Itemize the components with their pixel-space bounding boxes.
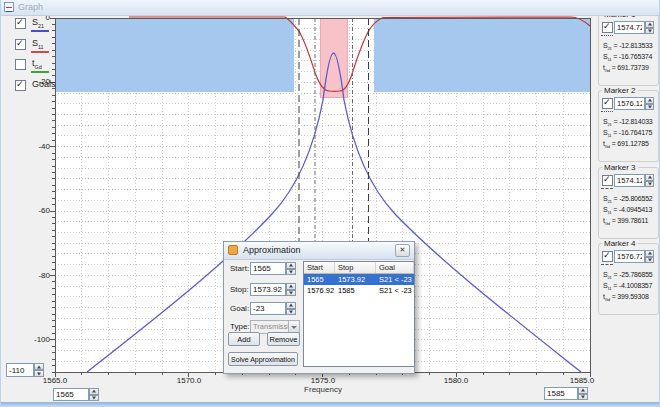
y-min-spinner[interactable] (34, 363, 44, 377)
goal-row[interactable]: 1576.92 1585 S21 < -23 dB (304, 285, 414, 296)
x-tick-label: 1585.0 (562, 376, 602, 385)
goal-spinner[interactable] (286, 302, 296, 315)
dialog-titlebar[interactable]: Approximation ✕ (224, 242, 414, 260)
s11-color-line (31, 51, 49, 53)
marker3-tgd-value: tGd = 399.78611 (603, 217, 648, 226)
spin-down-icon[interactable] (645, 28, 654, 35)
goal-row[interactable]: 1565 1573.92 S21 < -23 dB (304, 274, 414, 285)
spin-up-icon[interactable] (34, 363, 44, 370)
marker3-s21-value: S21 = -25.806552 (603, 195, 653, 204)
spin-down-icon[interactable] (89, 395, 99, 402)
tgd-label: tGd (32, 58, 42, 70)
x-min-spinner[interactable] (89, 388, 99, 401)
dialog-title: Approximation (243, 245, 301, 255)
spin-down-icon[interactable] (286, 269, 296, 276)
stopband-goal-right (374, 18, 590, 92)
marker2-spinner[interactable] (645, 97, 654, 110)
marker1-linestyle-sample (601, 35, 613, 36)
s21-checkbox[interactable] (15, 18, 26, 29)
add-button[interactable]: Add (228, 332, 260, 346)
x-max-spinner[interactable] (578, 387, 588, 400)
column-header-start[interactable]: Start (304, 262, 335, 273)
marker3-checkbox[interactable] (602, 175, 613, 186)
tgd-checkbox[interactable] (15, 59, 26, 70)
graph-window: Graph S21 S11 tGd (0, 0, 660, 407)
spin-down-icon[interactable] (578, 394, 588, 401)
spin-down-icon[interactable] (286, 309, 296, 316)
marker2-title: Marker 2 (602, 86, 638, 95)
x-min-input[interactable] (53, 388, 89, 401)
graph-app-icon (4, 2, 14, 12)
marker2-groupbox: Marker 2 S21 = -12.814033 S11 = -16.7641… (598, 90, 659, 162)
spin-down-icon[interactable] (34, 370, 44, 377)
x-tick-label: 1580.0 (436, 376, 476, 385)
window-titlebar: Graph (1, 0, 660, 16)
marker2-s21-value: S21 = -12.814033 (603, 118, 653, 127)
s21-label: S21 (32, 17, 44, 29)
column-header-goal[interactable]: Goal (376, 262, 414, 273)
start-spinner[interactable] (286, 262, 296, 275)
marker4-spinner[interactable] (645, 250, 654, 263)
y-tick-label: -80 (30, 271, 50, 280)
start-input[interactable] (250, 262, 286, 275)
column-header-stop[interactable]: Stop (335, 262, 376, 273)
marker2-tgd-value: tGd = 691.12785 (603, 140, 649, 149)
goal-input[interactable] (250, 302, 286, 315)
spin-down-icon[interactable] (645, 104, 654, 111)
marker4-freq-input[interactable] (614, 250, 645, 263)
y-tick-label: -60 (30, 206, 50, 215)
goal-label: Goal: (230, 304, 249, 313)
marker2-checkbox[interactable] (602, 98, 613, 109)
marker3-title: Marker 3 (602, 163, 638, 172)
y-tick-label: -40 (30, 142, 50, 151)
marker3-freq-input[interactable] (614, 174, 645, 187)
marker3-s11-value: S11 = -4.0945413 (603, 206, 652, 215)
goals-checkbox[interactable] (15, 80, 26, 91)
y-min-input[interactable] (6, 363, 34, 377)
marker1-spinner[interactable] (645, 21, 654, 34)
x-tick-label: 1565.0 (35, 376, 75, 385)
marker1-tgd-value: tGd = 691.73739 (603, 64, 649, 73)
marker4-checkbox[interactable] (602, 251, 613, 262)
approximation-dialog: Approximation ✕ Start: Stop: Goal: Type:… (223, 241, 415, 374)
marker4-s21-value: S21 = -25.786855 (603, 271, 653, 280)
y-tick-label: -100 (30, 335, 50, 344)
marker1-s11-value: S11 = -16.765374 (603, 53, 652, 62)
stop-label: Stop: (230, 285, 249, 294)
close-icon: ✕ (400, 246, 406, 253)
marker3-groupbox: Marker 3 S21 = -25.806552 S11 = -4.09454… (598, 167, 659, 239)
marker3-spinner[interactable] (645, 174, 654, 187)
window-title: Graph (18, 2, 43, 12)
remove-button[interactable]: Remove (267, 332, 300, 346)
start-label: Start: (230, 264, 249, 273)
s11-label: S11 (32, 38, 44, 50)
goal-list: Start Stop Goal 1565 1573.92 S21 < -23 d… (303, 261, 415, 367)
marker1-freq-input[interactable] (614, 21, 645, 34)
x-tick-label: 1575.0 (303, 376, 343, 385)
marker4-groupbox: Marker 4 S21 = -25.786855 S11 = -4.10083… (598, 243, 659, 315)
goals-label: Goals (32, 79, 56, 89)
tgd-color-line (31, 71, 49, 73)
x-axis-title: Frequency (283, 385, 363, 394)
marker1-checkbox[interactable] (602, 22, 613, 33)
x-max-input[interactable] (544, 387, 578, 400)
window-bottom-border (1, 402, 660, 407)
type-label: Type: (230, 322, 250, 331)
marker4-s11-value: S11 = -4.1008357 (603, 282, 652, 291)
marker1-s21-value: S21 = -12.813533 (603, 42, 653, 51)
marker1-groupbox: Marker 1 S21 = -12.813533 S11 = -16.7653… (598, 14, 659, 86)
marker2-s11-value: S11 = -16.764175 (603, 129, 652, 138)
solve-approximation-button[interactable]: Solve Approximation (228, 352, 298, 366)
marker3-linestyle-sample (601, 188, 613, 189)
close-button[interactable]: ✕ (395, 244, 410, 257)
dialog-icon (228, 245, 238, 255)
marker2-freq-input[interactable] (614, 97, 645, 110)
spin-down-icon[interactable] (286, 290, 296, 297)
spin-down-icon[interactable] (645, 181, 654, 188)
goal-list-header: Start Stop Goal (304, 262, 414, 274)
s11-checkbox[interactable] (15, 39, 26, 50)
stop-spinner[interactable] (286, 283, 296, 296)
marker2-linestyle-sample (601, 111, 613, 112)
stop-input[interactable] (250, 283, 286, 296)
spin-down-icon[interactable] (645, 257, 654, 264)
